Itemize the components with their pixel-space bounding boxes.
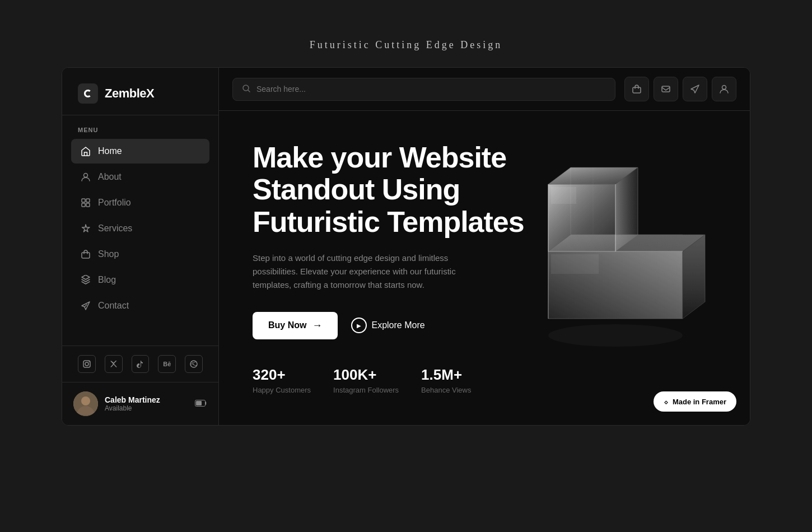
star-icon (80, 223, 91, 234)
sidebar-user: Caleb Martinez Available (62, 382, 218, 425)
arrow-icon: → (312, 320, 322, 332)
sidebar-item-portfolio[interactable]: Portfolio (71, 190, 209, 215)
sidebar-social: Bē (62, 346, 218, 382)
svg-rect-5 (82, 253, 90, 258)
grid-icon (80, 197, 91, 208)
stat-label-instagram: Instagram Followers (333, 386, 399, 394)
home-icon (80, 146, 91, 157)
framer-badge: ⬦ Made in Framer (654, 391, 736, 412)
svg-rect-13 (196, 401, 202, 405)
topbar-actions (624, 77, 736, 101)
twitter-icon[interactable] (105, 355, 123, 373)
hero-visual (526, 162, 716, 375)
sidebar: ZembleX Menu Home (62, 68, 219, 425)
battery-icon (195, 399, 207, 408)
sidebar-item-shop-label: Shop (98, 249, 119, 259)
user-status: Available (105, 404, 188, 412)
layers-icon (80, 274, 91, 286)
svg-rect-16 (662, 86, 670, 92)
profile-button[interactable] (712, 77, 736, 101)
sidebar-item-contact-label: Contact (98, 301, 129, 311)
explore-more-button[interactable]: ▶ Explore More (351, 318, 424, 333)
sidebar-item-portfolio-label: Portfolio (98, 198, 131, 208)
stat-happy-customers: 320+ Happy Customers (253, 366, 311, 394)
search-icon (242, 84, 251, 95)
sidebar-logo: ZembleX (62, 68, 218, 115)
svg-point-37 (548, 324, 683, 347)
user-info: Caleb Martinez Available (105, 395, 188, 412)
stat-label-customers: Happy Customers (253, 386, 311, 394)
stat-label-behance: Behance Views (421, 386, 471, 394)
framer-icon: ⬦ (664, 397, 668, 406)
sidebar-item-blog[interactable]: Blog (71, 268, 209, 292)
svg-rect-2 (86, 199, 90, 202)
sidebar-nav: Home About (62, 139, 218, 346)
hero-text: Make your Website Standout Using Futuris… (253, 142, 526, 394)
instagram-icon[interactable] (78, 355, 96, 373)
sidebar-item-about[interactable]: About (71, 165, 209, 189)
svg-point-8 (88, 361, 90, 362)
play-icon: ▶ (351, 318, 367, 333)
avatar (73, 391, 98, 416)
stat-number-instagram: 100K+ (333, 366, 399, 384)
topbar (219, 68, 750, 111)
svg-point-0 (84, 174, 88, 178)
logo-text: ZembleX (105, 86, 154, 101)
svg-rect-3 (82, 203, 85, 207)
svg-marker-21 (551, 187, 576, 204)
tiktok-icon[interactable] (132, 355, 150, 373)
logo-icon (78, 83, 98, 104)
search-bar (232, 78, 615, 101)
user-name: Caleb Martinez (105, 395, 188, 404)
behance-icon[interactable]: Bē (158, 355, 176, 373)
sidebar-item-about-label: About (98, 172, 122, 182)
sidebar-item-home-label: Home (98, 146, 122, 156)
user-icon (80, 171, 91, 183)
svg-point-11 (81, 396, 90, 405)
dribbble-icon[interactable] (185, 355, 203, 373)
svg-point-17 (722, 86, 726, 90)
svg-marker-25 (551, 254, 599, 274)
bag-button[interactable] (624, 77, 649, 101)
hero-section: Make your Website Standout Using Futuris… (219, 111, 750, 425)
top-header-title: Futuristic Cutting Edge Design (310, 39, 503, 51)
search-input[interactable] (256, 85, 606, 94)
sidebar-item-services[interactable]: Services (71, 216, 209, 241)
stat-behance: 1.5M+ Behance Views (421, 366, 471, 394)
sidebar-item-blog-label: Blog (98, 275, 116, 285)
top-header: Futuristic Cutting Edge Design (0, 22, 812, 67)
sidebar-item-contact[interactable]: Contact (71, 293, 209, 318)
bag-icon (80, 249, 91, 260)
mail-button[interactable] (654, 77, 678, 101)
svg-marker-23 (548, 235, 705, 251)
main-container: ZembleX Menu Home (62, 67, 750, 426)
stat-number-behance: 1.5M+ (421, 366, 471, 384)
stat-instagram: 100K+ Instagram Followers (333, 366, 399, 394)
hero-stats: 320+ Happy Customers 100K+ Instagram Fol… (253, 366, 526, 394)
sidebar-menu-label: Menu (62, 115, 218, 139)
send-button[interactable] (683, 77, 707, 101)
framer-badge-label: Made in Framer (673, 398, 726, 406)
sidebar-item-shop[interactable]: Shop (71, 242, 209, 267)
send-icon (80, 300, 91, 311)
buy-now-button[interactable]: Buy Now → (253, 312, 338, 339)
main-content: Make your Website Standout Using Futuris… (219, 68, 750, 425)
sidebar-item-home[interactable]: Home (71, 139, 209, 164)
svg-rect-4 (86, 203, 90, 207)
svg-rect-1 (82, 199, 85, 202)
svg-point-7 (85, 362, 88, 366)
hero-buttons: Buy Now → ▶ Explore More (253, 312, 526, 339)
hero-title: Make your Website Standout Using Futuris… (253, 142, 526, 238)
hero-description: Step into a world of cutting edge design… (253, 251, 477, 292)
stat-number-customers: 320+ (253, 366, 311, 384)
3d-shape (526, 162, 716, 375)
svg-rect-15 (633, 87, 641, 93)
sidebar-item-services-label: Services (98, 223, 132, 234)
